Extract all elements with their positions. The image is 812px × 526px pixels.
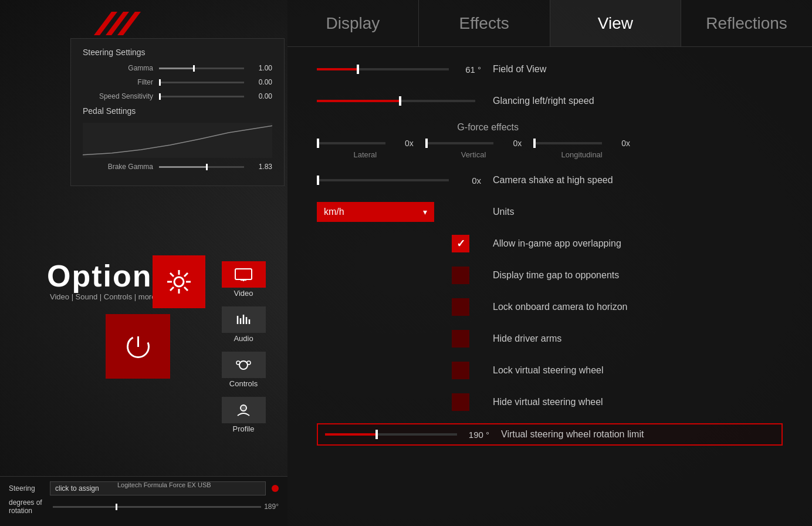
gforce-lateral-col: 0x Lateral: [317, 139, 414, 159]
filter-label: Filter: [83, 78, 153, 86]
filter-value: 0.00: [249, 78, 272, 86]
app-overlap-checkbox[interactable]: [452, 235, 469, 252]
gforce-lateral-label: Lateral: [317, 150, 414, 159]
glancing-row: Glancing left/right speed: [317, 90, 783, 112]
camera-horizon-label: Lock onboard camera to horizon: [493, 302, 627, 312]
gforce-vertical-wrap: 0x: [425, 139, 522, 148]
steering-label: Steering: [9, 484, 50, 493]
tab-effects[interactable]: Effects: [419, 0, 550, 46]
gforce-vertical-col: 0x Vertical: [425, 139, 522, 159]
gforce-longitudinal-wrap: 0x: [533, 139, 630, 148]
nav-item-audio[interactable]: Audio: [217, 304, 270, 346]
gforce-lateral-slider[interactable]: [317, 142, 385, 144]
controls-icon-bg: [222, 352, 266, 378]
brake-gamma-value: 1.83: [249, 163, 272, 171]
svg-line-10: [184, 273, 188, 277]
svg-rect-14: [235, 269, 252, 279]
tab-view[interactable]: View: [550, 0, 682, 46]
gforce-longitudinal-col: 0x Longitudinal: [533, 139, 630, 159]
wheel-rotation-row: 190 ° Virtual steering wheel rotation li…: [317, 423, 783, 446]
units-control: km/h ▾: [317, 202, 481, 222]
lock-wheel-label: Lock virtual steering wheel: [493, 365, 604, 376]
camera-shake-control: 0x: [317, 176, 481, 186]
filter-track[interactable]: [159, 82, 244, 83]
gamma-label: Gamma: [83, 64, 153, 72]
nav-item-controls[interactable]: Controls: [217, 349, 270, 391]
wheel-rotation-label: Virtual steering wheel rotation limit: [501, 429, 644, 440]
power-button[interactable]: [106, 314, 170, 379]
camera-horizon-checkbox[interactable]: [452, 298, 469, 316]
glancing-slider[interactable]: [317, 100, 475, 102]
units-value: km/h: [324, 207, 344, 217]
camera-shake-value: 0x: [455, 176, 481, 186]
app-overlap-row: Allow in-game app overlapping: [317, 233, 783, 254]
hide-wheel-control: [317, 393, 481, 411]
fov-value: 61 °: [455, 65, 481, 75]
right-panel: Display Effects View Reflections 61 ° Fi…: [287, 0, 812, 526]
video-icon-bg: [222, 261, 266, 288]
degrees-row: degrees of rotation 189°: [9, 498, 279, 515]
time-gap-control: [317, 267, 481, 284]
tab-reflections[interactable]: Reflections: [681, 0, 812, 46]
audio-icon: [235, 313, 252, 326]
fov-row: 61 ° Field of View: [317, 59, 783, 80]
nav-profile-label: Profile: [233, 424, 255, 433]
degrees-label: degrees of rotation: [9, 498, 50, 515]
lock-wheel-row: Lock virtual steering wheel: [317, 360, 783, 381]
steering-red-dot: [272, 485, 279, 492]
camera-horizon-control: [317, 298, 481, 316]
speed-sensitivity-label: Speed Sensitivity: [83, 92, 153, 100]
hide-wheel-label: Hide virtual steering wheel: [493, 397, 603, 407]
camera-shake-slider[interactable]: [317, 179, 449, 181]
nav-item-video[interactable]: Video: [217, 258, 270, 301]
controls-icon: [235, 359, 252, 372]
tabs-bar: Display Effects View Reflections: [287, 0, 812, 47]
app-overlap-control: [317, 235, 481, 252]
degrees-track[interactable]: [53, 506, 261, 508]
brake-gamma-track[interactable]: [159, 166, 244, 168]
hide-arms-control: [317, 330, 481, 348]
speed-sensitivity-track[interactable]: [159, 96, 244, 97]
tab-display[interactable]: Display: [287, 0, 419, 46]
units-dropdown[interactable]: km/h ▾: [317, 202, 434, 222]
time-gap-row: Display time gap to opponents: [317, 265, 783, 286]
wheel-rotation-slider[interactable]: [325, 433, 457, 436]
logo: [88, 6, 164, 41]
glancing-label: Glancing left/right speed: [493, 96, 594, 106]
glancing-control: [317, 100, 481, 102]
nav-video-label: Video: [234, 289, 253, 298]
hide-arms-row: Hide driver arms: [317, 328, 783, 349]
filter-row: Filter 0.00: [83, 78, 272, 86]
nav-item-profile[interactable]: Profile: [217, 394, 270, 436]
gforce-section-label: G-force effects: [317, 122, 519, 133]
time-gap-checkbox[interactable]: [452, 267, 469, 284]
gforce-longitudinal-slider[interactable]: [533, 142, 602, 144]
svg-line-8: [170, 273, 174, 277]
speed-sensitivity-value: 0.00: [249, 92, 272, 100]
lock-wheel-checkbox[interactable]: [452, 362, 469, 379]
wheel-rotation-control: 190 °: [325, 430, 489, 440]
wheel-rotation-value: 190 °: [463, 430, 489, 440]
profile-icon-bg: [222, 397, 266, 423]
settings-gear-button[interactable]: [153, 255, 205, 308]
fov-label: Field of View: [493, 64, 546, 75]
options-subtitle: Video | Sound | Controls | more: [50, 292, 155, 301]
nav-icons: Video Audio Cont: [217, 258, 270, 439]
hide-wheel-row: Hide virtual steering wheel: [317, 392, 783, 413]
view-content: 61 ° Field of View Glancing left/right s…: [287, 47, 812, 526]
audio-icon-bg: [222, 306, 266, 333]
hide-arms-label: Hide driver arms: [493, 333, 561, 344]
gforce-vertical-slider[interactable]: [425, 142, 494, 144]
gamma-track[interactable]: [159, 68, 244, 69]
device-label: Logitech Formula Force EX USB: [117, 481, 211, 488]
nav-audio-label: Audio: [234, 334, 253, 343]
svg-line-11: [170, 287, 174, 291]
hide-wheel-checkbox[interactable]: [452, 393, 469, 411]
svg-point-3: [174, 277, 184, 286]
left-panel: Steering Settings Gamma 1.00 Filter 0.00…: [0, 0, 287, 526]
power-icon: [122, 331, 154, 363]
fov-slider[interactable]: [317, 68, 449, 70]
camera-shake-row: 0x Camera shake at high speed: [317, 170, 783, 191]
hide-arms-checkbox[interactable]: [452, 330, 469, 348]
curve-display: [83, 123, 272, 158]
